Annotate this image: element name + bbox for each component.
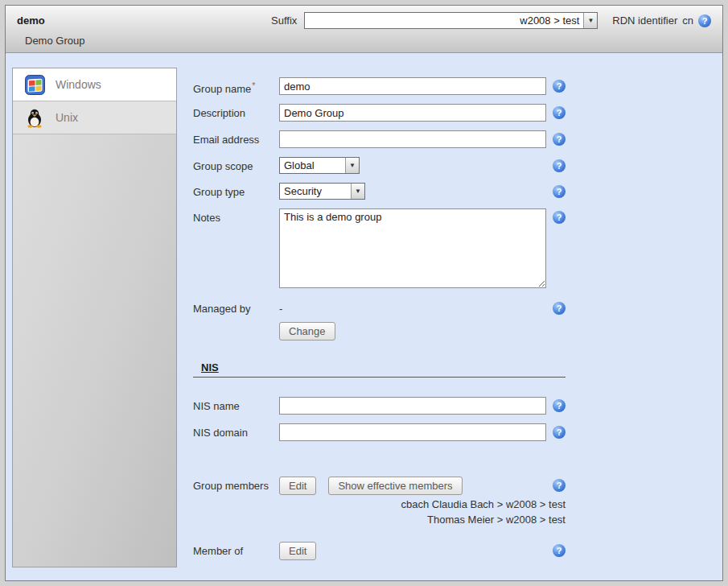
group-name-row: Group name* ?: [193, 77, 578, 95]
managed-by-value: -: [279, 299, 546, 315]
description-label: Description: [193, 104, 279, 119]
suffix-group: Suffix w2008 > test ▼: [271, 12, 598, 29]
notes-label: Notes: [193, 208, 279, 224]
group-scope-select[interactable]: Global ▼: [279, 157, 360, 174]
group-name-label: Group name*: [193, 77, 279, 95]
group-members-label: Group members: [193, 477, 279, 492]
group-type-select[interactable]: Security ▼: [279, 183, 365, 200]
notes-textarea[interactable]: This is a demo group: [279, 208, 546, 288]
description-input[interactable]: [279, 104, 546, 122]
page-title: demo: [17, 14, 45, 27]
linux-tux-icon: [24, 108, 45, 128]
dropdown-arrow-icon: ▼: [351, 184, 364, 199]
tab-windows-label: Windows: [56, 78, 101, 91]
help-icon[interactable]: ?: [553, 544, 566, 557]
form-area: Group name* ? Description ? Email addres…: [193, 68, 578, 567]
suffix-select[interactable]: w2008 > test ▼: [304, 12, 598, 29]
member-of-row: Member of Edit ?: [193, 542, 578, 560]
group-type-value: Security: [280, 184, 351, 199]
dropdown-arrow-icon: ▼: [345, 158, 359, 173]
group-scope-label: Group scope: [193, 157, 279, 172]
email-input[interactable]: [279, 130, 546, 148]
help-icon[interactable]: ?: [553, 185, 566, 198]
sidebar-panel: [13, 134, 176, 567]
email-label: Email address: [193, 130, 279, 146]
help-icon[interactable]: ?: [698, 14, 711, 27]
help-icon[interactable]: ?: [553, 399, 566, 412]
rdn-identifier-label: RDN identifier: [612, 14, 677, 27]
rdn-group: RDN identifier cn ?: [612, 14, 711, 27]
email-row: Email address ?: [193, 130, 578, 148]
group-member-item: cbach Claudia Bach > w2008 > test: [193, 498, 566, 510]
member-of-edit-button[interactable]: Edit: [279, 542, 316, 560]
suffix-label: Suffix: [271, 14, 297, 27]
change-button[interactable]: Change: [279, 322, 335, 340]
show-effective-members-button[interactable]: Show effective members: [328, 477, 462, 495]
help-icon[interactable]: ?: [553, 302, 566, 315]
description-row: Description ?: [193, 104, 578, 122]
help-icon[interactable]: ?: [553, 211, 566, 224]
member-of-label: Member of: [193, 542, 279, 557]
nis-domain-row: NIS domain ?: [193, 423, 578, 441]
group-members-edit-button[interactable]: Edit: [279, 477, 316, 495]
group-members-list: cbach Claudia Bach > w2008 > test Thomas…: [193, 498, 566, 526]
help-icon[interactable]: ?: [553, 479, 566, 492]
tab-windows[interactable]: Windows: [13, 68, 176, 101]
group-members-row: Group members Edit Show effective member…: [193, 477, 578, 495]
header: demo Suffix w2008 > test ▼ RDN identifie…: [6, 6, 722, 53]
suffix-select-value: w2008 > test: [305, 13, 583, 28]
group-type-label: Group type: [193, 183, 279, 198]
nis-domain-input[interactable]: [279, 423, 546, 441]
help-icon[interactable]: ?: [553, 106, 566, 119]
notes-row: Notes This is a demo group ?: [193, 208, 578, 291]
group-scope-value: Global: [280, 158, 345, 173]
sidebar: Windows: [12, 68, 177, 567]
help-icon[interactable]: ?: [553, 159, 566, 172]
nis-name-label: NIS name: [193, 397, 279, 412]
nis-section-header: NIS: [193, 361, 566, 378]
help-icon[interactable]: ?: [553, 426, 566, 439]
group-type-row: Group type Security ▼ ?: [193, 183, 578, 200]
nis-name-input[interactable]: [279, 397, 546, 415]
help-icon[interactable]: ?: [553, 133, 566, 146]
managed-by-label: Managed by: [193, 299, 279, 315]
page-subtitle: Demo Group: [25, 35, 84, 47]
help-icon[interactable]: ?: [553, 80, 566, 93]
group-scope-row: Group scope Global ▼ ?: [193, 157, 578, 174]
body: Windows: [6, 53, 722, 580]
managed-by-row: Managed by - Change ?: [193, 299, 578, 340]
windows-logo-icon: [24, 75, 45, 95]
group-name-input[interactable]: [279, 77, 546, 95]
required-marker: *: [252, 80, 255, 90]
tab-unix-label: Unix: [56, 111, 78, 124]
rdn-identifier-value: cn: [682, 14, 693, 27]
nis-domain-label: NIS domain: [193, 423, 279, 439]
nis-name-row: NIS name ?: [193, 397, 578, 415]
tab-unix[interactable]: Unix: [13, 101, 176, 134]
dropdown-arrow-icon: ▼: [583, 13, 597, 28]
group-member-item: Thomas Meier > w2008 > test: [193, 514, 566, 526]
group-edit-window: demo Suffix w2008 > test ▼ RDN identifie…: [5, 5, 723, 581]
